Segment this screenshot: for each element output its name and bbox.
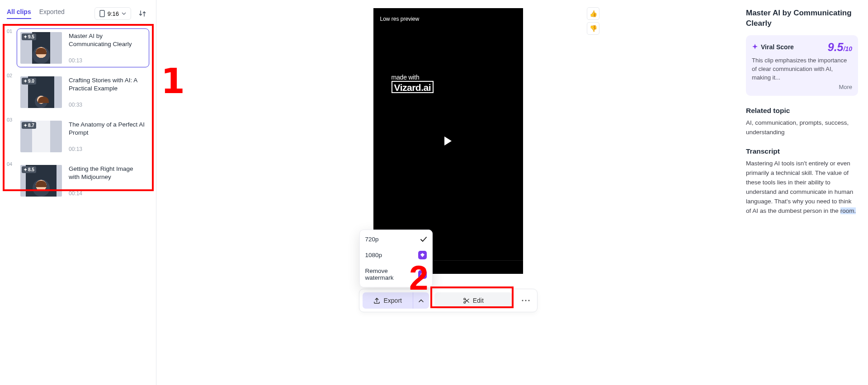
clip-thumbnail: ✦ 9.0 bbox=[20, 76, 62, 108]
sparkle-icon: ✦ bbox=[24, 167, 27, 172]
action-bar: 720p 1080p Remove watermark bbox=[359, 289, 538, 312]
export-option-label: Remove watermark bbox=[365, 268, 418, 281]
export-dropdown-toggle[interactable] bbox=[413, 292, 429, 309]
viral-score-card: Viral Score 9.5/10 This clip emphasizes … bbox=[746, 35, 858, 96]
clip-row[interactable]: 02 ✦ 9.0 Crafting Stories with AI: A Pra… bbox=[7, 73, 149, 112]
sidebar-controls: 9:16 bbox=[94, 7, 149, 20]
check-icon bbox=[420, 237, 427, 242]
detail-title: Master AI by Communicating Clearly bbox=[746, 8, 858, 29]
aspect-ratio-value: 9:16 bbox=[108, 10, 119, 17]
clip-score-badge: ✦ 9.5 bbox=[22, 33, 36, 40]
clip-duration: 00:33 bbox=[69, 102, 146, 108]
clip-card: ✦ 8.5 Getting the Right Image with Midjo… bbox=[17, 161, 149, 200]
svg-point-3 bbox=[522, 300, 523, 301]
clip-card: ✦ 9.0 Crafting Stories with AI: A Practi… bbox=[17, 73, 149, 112]
svg-rect-0 bbox=[100, 10, 104, 17]
thumbs-up-button[interactable]: 👍 bbox=[587, 7, 599, 20]
watermark: made with Vizard.ai bbox=[392, 74, 434, 93]
clip-score-badge: ✦ 8.7 bbox=[22, 122, 36, 129]
clip-score-badge: ✦ 8.5 bbox=[22, 166, 36, 173]
viral-more-link[interactable]: More bbox=[752, 84, 852, 90]
premium-icon bbox=[418, 270, 427, 279]
export-option-1080p[interactable]: 1080p bbox=[360, 247, 432, 263]
svg-point-4 bbox=[525, 300, 526, 301]
export-option-label: 1080p bbox=[365, 252, 382, 258]
clip-score: 8.7 bbox=[28, 123, 34, 128]
sort-button[interactable] bbox=[136, 7, 149, 20]
preview-label: Low res preview bbox=[380, 16, 420, 22]
watermark-brand: Vizard.ai bbox=[392, 81, 434, 93]
edit-button[interactable]: Edit bbox=[434, 292, 512, 309]
watermark-madewith: made with bbox=[392, 74, 434, 81]
clip-card: ✦ 8.7 The Anatomy of a Perfect AI Prompt… bbox=[17, 117, 149, 156]
svg-point-5 bbox=[528, 300, 529, 301]
export-option-label: 720p bbox=[365, 236, 379, 243]
clip-row[interactable]: 04 ✦ 8.5 Getting the Right Image with Mi… bbox=[7, 161, 149, 200]
clip-number: 04 bbox=[7, 161, 13, 200]
clip-score: 9.0 bbox=[28, 79, 34, 84]
more-button[interactable] bbox=[518, 292, 534, 309]
clip-row[interactable]: 01 ✦ 9.5 Master AI by Communicating Clea… bbox=[7, 28, 149, 67]
viral-score-number: 9.5 bbox=[828, 41, 844, 53]
clip-title: The Anatomy of a Perfect AI Prompt bbox=[69, 121, 146, 137]
aspect-ratio-button[interactable]: 9:16 bbox=[94, 7, 131, 20]
clip-list: 01 ✦ 9.5 Master AI by Communicating Clea… bbox=[7, 24, 149, 200]
play-icon[interactable] bbox=[443, 136, 453, 146]
sparkle-icon: ✦ bbox=[24, 79, 27, 84]
transcript-body[interactable]: Mastering AI tools isn't entirely or eve… bbox=[746, 159, 858, 216]
upload-icon bbox=[373, 297, 380, 304]
thumbs-down-button[interactable]: 👎 bbox=[587, 22, 599, 35]
clip-thumbnail: ✦ 8.5 bbox=[20, 165, 62, 197]
export-menu: 720p 1080p Remove watermark bbox=[359, 230, 433, 287]
reaction-buttons: 👍 👎 bbox=[587, 7, 599, 35]
sparkle-icon bbox=[752, 44, 758, 50]
sparkle-icon: ✦ bbox=[24, 123, 27, 128]
viral-score-label: Viral Score bbox=[752, 43, 794, 51]
clip-score: 8.5 bbox=[28, 167, 34, 172]
clip-meta: Getting the Right Image with Midjourney … bbox=[69, 165, 146, 197]
clip-duration: 00:13 bbox=[69, 57, 146, 64]
clip-title: Master AI by Communicating Clearly bbox=[69, 32, 146, 48]
export-button-group: Export bbox=[363, 292, 429, 309]
clip-meta: Crafting Stories with AI: A Practical Ex… bbox=[69, 76, 146, 108]
viral-score-description: This clip emphasizes the importance of c… bbox=[752, 56, 852, 82]
clip-row[interactable]: 03 ✦ 8.7 The Anatomy of a Perfect AI Pro… bbox=[7, 117, 149, 156]
edit-label: Edit bbox=[473, 297, 484, 304]
export-label: Export bbox=[384, 297, 402, 304]
clip-number: 03 bbox=[7, 117, 13, 156]
tab-all-clips[interactable]: All clips bbox=[7, 8, 31, 19]
sidebar-header: All clips Exported 9:16 bbox=[7, 7, 149, 20]
viral-score-text: Viral Score bbox=[761, 43, 794, 51]
export-option-720p[interactable]: 720p bbox=[360, 232, 432, 247]
sparkle-icon: ✦ bbox=[24, 34, 27, 39]
center-pane: 👍 👎 Low res preview made with Vizard.ai … bbox=[156, 0, 740, 385]
clip-duration: 00:13 bbox=[69, 146, 146, 152]
export-button[interactable]: Export bbox=[363, 292, 413, 309]
transcript-section: Transcript Mastering AI tools isn't enti… bbox=[746, 147, 858, 216]
scissors-icon bbox=[463, 297, 470, 304]
clip-thumbnail: ✦ 8.7 bbox=[20, 121, 62, 152]
related-topic-heading: Related topic bbox=[746, 107, 858, 115]
clip-title: Getting the Right Image with Midjourney bbox=[69, 165, 146, 181]
clip-thumbnail: ✦ 9.5 bbox=[20, 32, 62, 64]
clip-title: Crafting Stories with AI: A Practical Ex… bbox=[69, 76, 146, 93]
clip-score-badge: ✦ 9.0 bbox=[22, 78, 36, 85]
clip-sidebar: All clips Exported 9:16 bbox=[0, 0, 156, 385]
phone-icon bbox=[99, 10, 105, 17]
sidebar-tabs: All clips Exported bbox=[7, 8, 65, 19]
related-topic-section: Related topic AI, communication, prompts… bbox=[746, 107, 858, 137]
clip-duration: 00:14 bbox=[69, 190, 146, 197]
chevron-down-icon bbox=[122, 12, 126, 15]
tab-exported[interactable]: Exported bbox=[39, 8, 65, 19]
related-topic-body: AI, communication, prompts, success, und… bbox=[746, 118, 858, 137]
viral-score-suffix: /10 bbox=[844, 45, 852, 52]
clip-number: 01 bbox=[7, 28, 13, 67]
clip-number: 02 bbox=[7, 73, 13, 112]
transcript-heading: Transcript bbox=[746, 147, 858, 155]
premium-icon bbox=[418, 251, 427, 259]
clip-card: ✦ 9.5 Master AI by Communicating Clearly… bbox=[17, 28, 149, 67]
viral-score-value: 9.5/10 bbox=[828, 41, 852, 54]
details-panel: Master AI by Communicating Clearly Viral… bbox=[740, 0, 868, 385]
export-option-remove-watermark[interactable]: Remove watermark bbox=[360, 263, 432, 285]
clip-score: 9.5 bbox=[28, 34, 34, 39]
